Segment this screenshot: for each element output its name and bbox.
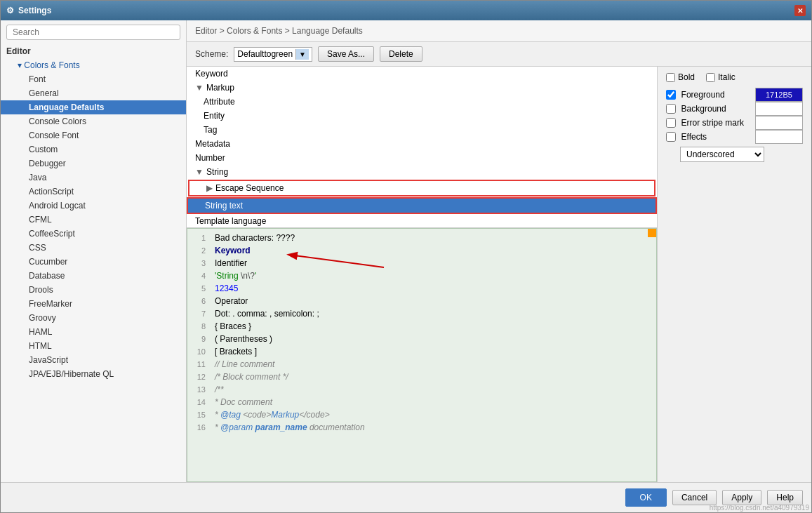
delete-button[interactable]: Delete: [380, 46, 422, 62]
background-row: Background: [666, 102, 803, 116]
italic-label: Italic: [718, 72, 736, 82]
sidebar-item-groovy[interactable]: Groovy: [1, 311, 186, 325]
token-tag[interactable]: Tag: [187, 123, 657, 137]
sidebar-item-colors-fonts[interactable]: ▾ Colors & Fonts: [1, 58, 186, 72]
ok-button[interactable]: OK: [625, 488, 667, 507]
sidebar-item-haml[interactable]: HAML: [1, 325, 186, 339]
bold-label: Bold: [678, 72, 695, 82]
token-markup[interactable]: ▼Markup: [187, 81, 657, 95]
sidebar-item-actionscript[interactable]: ActionScript: [1, 185, 186, 199]
italic-checkbox-label[interactable]: Italic: [706, 72, 736, 82]
background-color-swatch[interactable]: [755, 102, 803, 116]
token-attribute[interactable]: Attribute: [187, 95, 657, 109]
sidebar-item-general[interactable]: General: [1, 86, 186, 100]
code-line-16: * @param param_name documentation: [215, 421, 653, 434]
error-stripe-row: Error stripe mark: [666, 116, 803, 130]
preview-container: 12345678910111213141516 Bad characters: …: [187, 228, 657, 482]
token-escape-sequence[interactable]: ▶Escape Sequence: [188, 180, 655, 196]
code-line-6: Operator: [215, 295, 653, 307]
error-stripe-color-swatch[interactable]: [755, 116, 803, 130]
sidebar-item-cfml[interactable]: CFML: [1, 213, 186, 227]
code-line-10: [ Brackets ]: [215, 345, 653, 358]
token-number[interactable]: Number: [187, 151, 657, 165]
scheme-value: Defaulttogreen: [237, 49, 295, 59]
code-line-14: * Doc comment: [215, 396, 653, 408]
watermark: https://blog.csdn.net/a40979319: [710, 504, 809, 512]
effects-select[interactable]: Underscored Bold Italic: [680, 147, 764, 162]
search-input[interactable]: [6, 25, 180, 40]
token-template-language[interactable]: Template language: [187, 214, 657, 228]
code-line-8: { Braces }: [215, 320, 653, 333]
code-line-11: // Line comment: [215, 358, 653, 371]
effects-select-row: Underscored Bold Italic: [680, 147, 803, 162]
editor-label: Editor: [6, 46, 31, 56]
sidebar: Editor ▾ Colors & Fonts Font General Lan…: [1, 20, 187, 482]
italic-checkbox[interactable]: [706, 73, 715, 82]
sidebar-item-freemaker[interactable]: FreeMarker: [1, 297, 186, 311]
sidebar-tree: Editor ▾ Colors & Fonts Font General Lan…: [1, 44, 186, 482]
token-metadata[interactable]: Metadata: [187, 137, 657, 151]
token-string[interactable]: ▼String: [187, 165, 657, 179]
bold-checkbox[interactable]: [666, 73, 675, 82]
error-stripe-label: Error stripe mark: [681, 118, 750, 128]
code-line-9: ( Parentheses ): [215, 333, 653, 345]
code-line-4: 'String \n\?': [215, 269, 653, 282]
sidebar-item-language-defaults[interactable]: Language Defaults: [1, 100, 186, 114]
apply-button[interactable]: Apply: [722, 490, 761, 505]
cancel-button[interactable]: Cancel: [672, 490, 717, 505]
settings-body: Keyword ▼Markup Attribute Entity Tag Met…: [187, 67, 811, 482]
code-line-2: Keyword: [215, 244, 653, 257]
sidebar-item-jpa[interactable]: JPA/EJB/Hibernate QL: [1, 367, 186, 381]
scheme-dropdown-btn[interactable]: ▼: [295, 49, 309, 60]
code-line-1: Bad characters: ????: [215, 232, 653, 244]
foreground-row: Foreground 1712B5: [666, 88, 803, 102]
title-bar: ⚙ Settings ✕: [1, 1, 811, 20]
right-panel: Bold Italic Foreground 1712B5: [657, 67, 811, 482]
settings-window: ⚙ Settings ✕ Editor ▾ Colors & Fonts Fon…: [0, 0, 812, 513]
token-string-text[interactable]: String text: [187, 197, 657, 214]
sidebar-item-database[interactable]: Database: [1, 269, 186, 283]
main-area: Editor > Colors & Fonts > Language Defau…: [187, 20, 811, 482]
code-line-5: 12345: [215, 282, 653, 295]
sidebar-item-console-colors[interactable]: Console Colors: [1, 114, 186, 128]
effects-color-swatch[interactable]: [755, 130, 803, 144]
sidebar-item-debugger[interactable]: Debugger: [1, 156, 186, 171]
title-bar-close[interactable]: ✕: [794, 5, 806, 16]
preview-code: Bad characters: ???? Keyword Identifier …: [212, 229, 656, 481]
token-tree: Keyword ▼Markup Attribute Entity Tag Met…: [187, 67, 657, 228]
background-checkbox[interactable]: [666, 104, 676, 114]
style-row: Bold Italic: [666, 72, 803, 82]
sidebar-item-css[interactable]: CSS: [1, 241, 186, 255]
background-label: Background: [681, 104, 750, 114]
breadcrumb: Editor > Colors & Fonts > Language Defau…: [187, 20, 811, 42]
sidebar-item-drools[interactable]: Drools: [1, 283, 186, 297]
bottom-bar: https://blog.csdn.net/a40979319 OK Cance…: [1, 482, 811, 512]
foreground-color-swatch[interactable]: 1712B5: [755, 88, 803, 102]
token-keyword[interactable]: Keyword: [187, 67, 657, 81]
help-button[interactable]: Help: [767, 490, 803, 505]
sidebar-item-javascript[interactable]: JavaScript: [1, 353, 186, 367]
sidebar-item-cucumber[interactable]: Cucumber: [1, 255, 186, 269]
token-entity[interactable]: Entity: [187, 109, 657, 123]
window-title: Settings: [18, 6, 51, 15]
error-stripe-checkbox[interactable]: [666, 118, 676, 128]
foreground-checkbox[interactable]: [666, 90, 676, 100]
code-line-15: * @tag <code>Markup</code>: [215, 408, 653, 421]
left-panel: Keyword ▼Markup Attribute Entity Tag Met…: [187, 67, 657, 482]
sidebar-item-custom[interactable]: Custom: [1, 142, 186, 156]
sidebar-item-console-font[interactable]: Console Font: [1, 128, 186, 142]
sidebar-item-editor-section: Editor: [1, 44, 186, 58]
sidebar-item-html[interactable]: HTML: [1, 339, 186, 353]
effects-checkbox[interactable]: [666, 132, 676, 142]
bold-checkbox-label[interactable]: Bold: [666, 72, 695, 82]
sidebar-item-java[interactable]: Java: [1, 171, 186, 185]
line-numbers: 12345678910111213141516: [187, 229, 208, 481]
scheme-label: Scheme:: [195, 49, 228, 59]
sidebar-item-coffeescript[interactable]: CoffeeScript: [1, 227, 186, 241]
scheme-select[interactable]: Defaulttogreen ▼: [234, 47, 312, 62]
effects-row: Effects: [666, 130, 803, 144]
sidebar-item-android-logcat[interactable]: Android Logcat: [1, 199, 186, 213]
code-line-13: /**: [215, 383, 653, 396]
save-as-button[interactable]: Save As...: [318, 46, 374, 62]
sidebar-item-font[interactable]: Font: [1, 72, 186, 86]
